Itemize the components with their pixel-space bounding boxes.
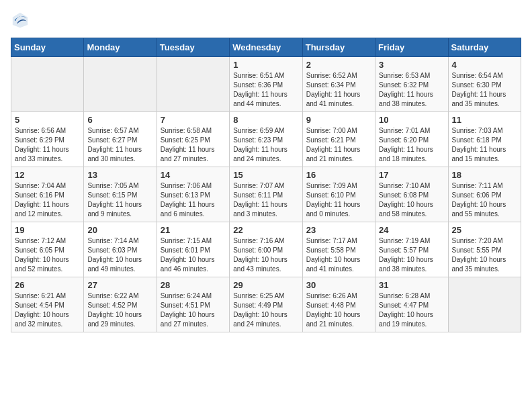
- calendar-week-2: 5Sunrise: 6:56 AM Sunset: 6:29 PM Daylig…: [11, 112, 521, 167]
- day-number: 11: [452, 115, 517, 125]
- calendar-week-4: 19Sunrise: 7:12 AM Sunset: 6:05 PM Dayli…: [11, 222, 521, 277]
- calendar-week-5: 26Sunrise: 6:21 AM Sunset: 4:54 PM Dayli…: [11, 277, 521, 332]
- day-info: Sunrise: 7:19 AM Sunset: 5:57 PM Dayligh…: [379, 236, 444, 274]
- day-number: 26: [15, 280, 80, 290]
- day-number: 24: [379, 225, 444, 235]
- day-info: Sunrise: 7:10 AM Sunset: 6:08 PM Dayligh…: [379, 181, 444, 219]
- day-number: 6: [87, 115, 152, 125]
- day-info: Sunrise: 6:57 AM Sunset: 6:27 PM Dayligh…: [87, 126, 152, 164]
- day-info: Sunrise: 7:06 AM Sunset: 6:13 PM Dayligh…: [161, 181, 226, 219]
- day-info: Sunrise: 6:21 AM Sunset: 4:54 PM Dayligh…: [15, 291, 80, 329]
- calendar-cell: 9Sunrise: 7:00 AM Sunset: 6:21 PM Daylig…: [302, 112, 375, 167]
- calendar-cell: 27Sunrise: 6:22 AM Sunset: 4:52 PM Dayli…: [84, 277, 157, 332]
- day-info: Sunrise: 6:52 AM Sunset: 6:34 PM Dayligh…: [306, 71, 371, 109]
- weekday-header-row: SundayMondayTuesdayWednesdayThursdayFrid…: [11, 38, 521, 57]
- day-info: Sunrise: 7:00 AM Sunset: 6:21 PM Dayligh…: [306, 126, 371, 164]
- calendar-cell: 26Sunrise: 6:21 AM Sunset: 4:54 PM Dayli…: [11, 277, 84, 332]
- day-info: Sunrise: 6:25 AM Sunset: 4:49 PM Dayligh…: [233, 291, 298, 329]
- day-number: 4: [452, 60, 517, 70]
- calendar-cell: 8Sunrise: 6:59 AM Sunset: 6:23 PM Daylig…: [230, 112, 302, 167]
- day-info: Sunrise: 7:07 AM Sunset: 6:11 PM Dayligh…: [233, 181, 298, 219]
- day-info: Sunrise: 7:04 AM Sunset: 6:16 PM Dayligh…: [15, 181, 80, 219]
- day-number: 2: [306, 60, 371, 70]
- calendar-cell: 25Sunrise: 7:20 AM Sunset: 5:55 PM Dayli…: [448, 222, 521, 277]
- day-number: 29: [233, 280, 298, 290]
- calendar-cell: 21Sunrise: 7:15 AM Sunset: 6:01 PM Dayli…: [157, 222, 229, 277]
- calendar-cell: 13Sunrise: 7:05 AM Sunset: 6:15 PM Dayli…: [84, 167, 157, 222]
- day-number: 30: [306, 280, 371, 290]
- day-number: 12: [15, 170, 80, 180]
- day-number: 3: [379, 60, 444, 70]
- day-number: 25: [452, 225, 517, 235]
- calendar-cell: 14Sunrise: 7:06 AM Sunset: 6:13 PM Dayli…: [157, 167, 229, 222]
- calendar-cell: 2Sunrise: 6:52 AM Sunset: 6:34 PM Daylig…: [302, 57, 375, 112]
- day-number: 27: [87, 280, 152, 290]
- calendar-cell: 10Sunrise: 7:01 AM Sunset: 6:20 PM Dayli…: [375, 112, 448, 167]
- calendar-cell: 12Sunrise: 7:04 AM Sunset: 6:16 PM Dayli…: [11, 167, 84, 222]
- calendar-cell: 16Sunrise: 7:09 AM Sunset: 6:10 PM Dayli…: [302, 167, 375, 222]
- day-number: 1: [233, 60, 298, 70]
- calendar-cell: 3Sunrise: 6:53 AM Sunset: 6:32 PM Daylig…: [375, 57, 448, 112]
- calendar-cell: [448, 277, 521, 332]
- day-number: 13: [87, 170, 152, 180]
- calendar-week-1: 1Sunrise: 6:51 AM Sunset: 6:36 PM Daylig…: [11, 57, 521, 112]
- day-number: 14: [161, 170, 226, 180]
- day-info: Sunrise: 6:59 AM Sunset: 6:23 PM Dayligh…: [233, 126, 298, 164]
- day-number: 23: [306, 225, 371, 235]
- day-info: Sunrise: 7:05 AM Sunset: 6:15 PM Dayligh…: [87, 181, 152, 219]
- calendar-cell: 6Sunrise: 6:57 AM Sunset: 6:27 PM Daylig…: [84, 112, 157, 167]
- calendar-cell: 1Sunrise: 6:51 AM Sunset: 6:36 PM Daylig…: [230, 57, 302, 112]
- calendar-cell: [84, 57, 157, 112]
- calendar-cell: 18Sunrise: 7:11 AM Sunset: 6:06 PM Dayli…: [448, 167, 521, 222]
- day-number: 7: [161, 115, 226, 125]
- day-info: Sunrise: 7:01 AM Sunset: 6:20 PM Dayligh…: [379, 126, 444, 164]
- day-info: Sunrise: 6:51 AM Sunset: 6:36 PM Dayligh…: [233, 71, 298, 109]
- day-info: Sunrise: 7:03 AM Sunset: 6:18 PM Dayligh…: [452, 126, 517, 164]
- calendar-cell: 28Sunrise: 6:24 AM Sunset: 4:51 PM Dayli…: [157, 277, 229, 332]
- calendar-cell: 19Sunrise: 7:12 AM Sunset: 6:05 PM Dayli…: [11, 222, 84, 277]
- calendar-cell: [11, 57, 84, 112]
- day-info: Sunrise: 7:15 AM Sunset: 6:01 PM Dayligh…: [161, 236, 226, 274]
- calendar-cell: 5Sunrise: 6:56 AM Sunset: 6:29 PM Daylig…: [11, 112, 84, 167]
- calendar-week-3: 12Sunrise: 7:04 AM Sunset: 6:16 PM Dayli…: [11, 167, 521, 222]
- day-info: Sunrise: 7:14 AM Sunset: 6:03 PM Dayligh…: [87, 236, 152, 274]
- day-number: 22: [233, 225, 298, 235]
- day-info: Sunrise: 6:28 AM Sunset: 4:47 PM Dayligh…: [379, 291, 444, 329]
- day-number: 5: [15, 115, 80, 125]
- weekday-header-thursday: Thursday: [302, 38, 375, 57]
- day-info: Sunrise: 6:58 AM Sunset: 6:25 PM Dayligh…: [161, 126, 226, 164]
- calendar-cell: 31Sunrise: 6:28 AM Sunset: 4:47 PM Dayli…: [375, 277, 448, 332]
- day-info: Sunrise: 7:20 AM Sunset: 5:55 PM Dayligh…: [452, 236, 517, 274]
- day-info: Sunrise: 6:53 AM Sunset: 6:32 PM Dayligh…: [379, 71, 444, 109]
- logo: [11, 11, 30, 30]
- day-info: Sunrise: 7:17 AM Sunset: 5:58 PM Dayligh…: [306, 236, 371, 274]
- day-number: 8: [233, 115, 298, 125]
- day-info: Sunrise: 7:09 AM Sunset: 6:10 PM Dayligh…: [306, 181, 371, 219]
- calendar-cell: 7Sunrise: 6:58 AM Sunset: 6:25 PM Daylig…: [157, 112, 229, 167]
- day-number: 17: [379, 170, 444, 180]
- day-number: 18: [452, 170, 517, 180]
- calendar-cell: [157, 57, 229, 112]
- day-number: 9: [306, 115, 371, 125]
- day-info: Sunrise: 7:12 AM Sunset: 6:05 PM Dayligh…: [15, 236, 80, 274]
- day-number: 20: [87, 225, 152, 235]
- calendar-cell: 20Sunrise: 7:14 AM Sunset: 6:03 PM Dayli…: [84, 222, 157, 277]
- calendar-cell: 29Sunrise: 6:25 AM Sunset: 4:49 PM Dayli…: [230, 277, 302, 332]
- weekday-header-saturday: Saturday: [448, 38, 521, 57]
- day-info: Sunrise: 6:24 AM Sunset: 4:51 PM Dayligh…: [161, 291, 226, 329]
- day-info: Sunrise: 7:16 AM Sunset: 6:00 PM Dayligh…: [233, 236, 298, 274]
- weekday-header-friday: Friday: [375, 38, 448, 57]
- weekday-header-tuesday: Tuesday: [157, 38, 229, 57]
- calendar-cell: 15Sunrise: 7:07 AM Sunset: 6:11 PM Dayli…: [230, 167, 302, 222]
- weekday-header-monday: Monday: [84, 38, 157, 57]
- day-info: Sunrise: 6:56 AM Sunset: 6:29 PM Dayligh…: [15, 126, 80, 164]
- calendar-cell: 11Sunrise: 7:03 AM Sunset: 6:18 PM Dayli…: [448, 112, 521, 167]
- calendar-cell: 24Sunrise: 7:19 AM Sunset: 5:57 PM Dayli…: [375, 222, 448, 277]
- calendar-table: SundayMondayTuesdayWednesdayThursdayFrid…: [11, 38, 521, 332]
- day-info: Sunrise: 7:11 AM Sunset: 6:06 PM Dayligh…: [452, 181, 517, 219]
- day-info: Sunrise: 6:54 AM Sunset: 6:30 PM Dayligh…: [452, 71, 517, 109]
- logo-icon: [11, 11, 30, 30]
- day-number: 19: [15, 225, 80, 235]
- day-info: Sunrise: 6:22 AM Sunset: 4:52 PM Dayligh…: [87, 291, 152, 329]
- calendar-cell: 30Sunrise: 6:26 AM Sunset: 4:48 PM Dayli…: [302, 277, 375, 332]
